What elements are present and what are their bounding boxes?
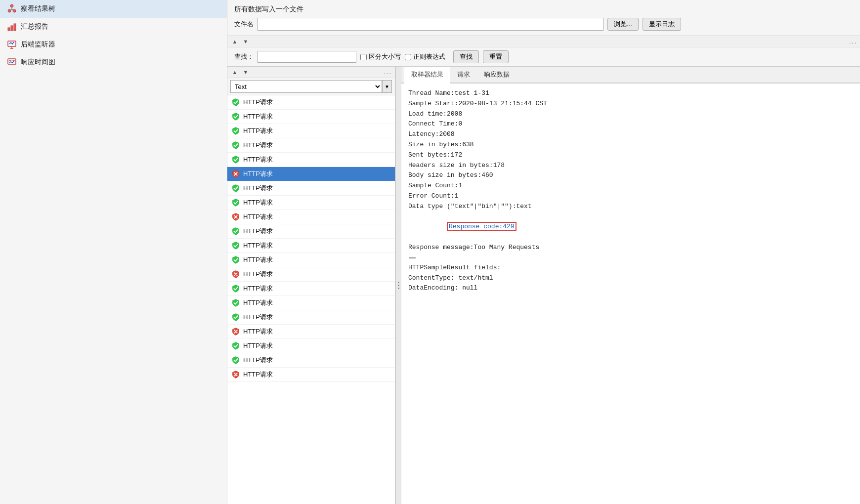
request-item[interactable]: HTTP请求: [227, 210, 395, 224]
http-sample-result: HTTPSampleResult fields:: [408, 263, 853, 273]
find-button[interactable]: 查找: [453, 50, 479, 63]
request-item[interactable]: HTTP请求: [227, 196, 395, 210]
success-shield-icon: [231, 98, 240, 107]
sample-count: Sample Count:1: [408, 181, 853, 191]
sidebar-item-results-tree[interactable]: 察看结果树: [0, 0, 227, 18]
success-shield-icon: [231, 255, 240, 264]
request-item[interactable]: HTTP请求: [227, 124, 395, 138]
request-item[interactable]: HTTP请求: [227, 353, 395, 368]
error-count: Error Count:1: [408, 191, 853, 202]
request-item[interactable]: HTTP请求: [227, 95, 395, 110]
data-type: Data type ("text"|"bin"|""):text: [408, 202, 853, 212]
sidebar-item-summary-report[interactable]: 汇总报告: [0, 18, 227, 36]
success-shield-icon: [231, 284, 240, 293]
file-bar-title: 所有数据写入一个文件: [234, 5, 853, 14]
list-down-arrow[interactable]: ▼: [241, 68, 250, 77]
success-shield-icon: [231, 155, 240, 164]
main-panel: 所有数据写入一个文件 文件名 浏览... 显示日志 ▲ ▼ ... 查找： 区分…: [227, 0, 860, 504]
sidebar: 察看结果树 汇总报告 后端监听器 响应时间图: [0, 0, 227, 504]
request-item[interactable]: HTTP请求: [227, 253, 395, 267]
monitor-icon: [7, 40, 17, 49]
ellipsis-btn-2[interactable]: ...: [384, 69, 392, 76]
chart-icon: [7, 22, 17, 32]
tab-response-data[interactable]: 响应数据: [477, 67, 516, 84]
response-code-line: Response code:429: [408, 212, 853, 243]
case-sensitive-label: 区分大小写: [369, 52, 401, 61]
detail-panel: 取样器结果 请求 响应数据 Thread Name:test 1-31 Samp…: [401, 67, 860, 504]
request-item[interactable]: HTTP请求: [227, 181, 395, 196]
error-shield-icon: [231, 212, 240, 221]
request-item-label: HTTP请求: [243, 212, 273, 221]
request-item-label: HTTP请求: [243, 198, 273, 207]
request-item[interactable]: HTTP请求: [227, 325, 395, 339]
request-item-label: HTTP请求: [243, 155, 273, 164]
latency: Latency:2008: [408, 129, 853, 140]
reset-button[interactable]: 重置: [483, 50, 509, 63]
request-item[interactable]: HTTP请求: [227, 110, 395, 124]
success-shield-icon: [231, 126, 240, 135]
error-shield-icon: [231, 169, 240, 178]
tab-request[interactable]: 请求: [450, 67, 477, 84]
detail-divider-row[interactable]: [408, 253, 853, 263]
content-area: ▲ ▼ ... Text HTML JSON XML ▼ HTTP请求: [227, 67, 860, 504]
request-item[interactable]: HTTP请求: [227, 167, 395, 181]
content-type: ContentType: text/html: [408, 273, 853, 284]
thread-name: Thread Name:test 1-31: [408, 88, 853, 99]
filename-label: 文件名: [234, 20, 254, 29]
list-toolbar: ▲ ▼ ...: [227, 67, 395, 78]
request-item-label: HTTP请求: [243, 141, 273, 150]
request-item[interactable]: HTTP请求: [227, 224, 395, 239]
filename-input[interactable]: [258, 18, 603, 31]
request-item-label: HTTP请求: [243, 313, 273, 322]
request-item[interactable]: HTTP请求: [227, 153, 395, 167]
request-item[interactable]: HTTP请求: [227, 368, 395, 382]
data-encoding: DataEncoding: null: [408, 283, 853, 294]
body-size: Body size in bytes:460: [408, 170, 853, 181]
case-sensitive-checkbox[interactable]: [360, 54, 367, 60]
regex-checkbox[interactable]: [405, 54, 411, 60]
sidebar-item-response-time[interactable]: 响应时间图: [0, 53, 227, 71]
success-shield-icon: [231, 313, 240, 322]
search-input[interactable]: [258, 51, 356, 63]
sidebar-item-label: 后端监听器: [21, 40, 55, 49]
show-date-button[interactable]: 显示日志: [643, 18, 681, 31]
svg-rect-6: [8, 28, 10, 31]
sidebar-item-label: 响应时间图: [21, 58, 55, 67]
success-shield-icon: [231, 227, 240, 236]
success-shield-icon: [231, 112, 240, 121]
up-arrow-btn[interactable]: ▲: [230, 37, 239, 46]
request-item-label: HTTP请求: [243, 327, 273, 336]
browse-button[interactable]: 浏览...: [607, 18, 639, 31]
request-item[interactable]: HTTP请求: [227, 339, 395, 353]
success-shield-icon: [231, 341, 240, 350]
error-shield-icon: [231, 270, 240, 279]
load-time: Load time:2008: [408, 109, 853, 120]
detail-content: Thread Name:test 1-31 Sample Start:2020-…: [401, 84, 860, 504]
svg-rect-8: [14, 24, 16, 31]
request-item-label: HTTP请求: [243, 112, 273, 121]
request-item[interactable]: HTTP请求: [227, 267, 395, 282]
sidebar-item-backend-listener[interactable]: 后端监听器: [0, 36, 227, 53]
headers-size: Headers size in bytes:178: [408, 161, 853, 171]
sent-bytes: Sent bytes:172: [408, 150, 853, 161]
request-item-label: HTTP请求: [243, 98, 273, 107]
ellipsis-btn-1[interactable]: ...: [849, 38, 857, 45]
search-bar: 查找： 区分大小写 正则表达式 查找 重置: [227, 47, 860, 67]
request-item[interactable]: HTTP请求: [227, 296, 395, 310]
request-item[interactable]: HTTP请求: [227, 138, 395, 153]
request-item[interactable]: HTTP请求: [227, 239, 395, 253]
request-item-label: HTTP请求: [243, 241, 273, 250]
view-type-select[interactable]: Text HTML JSON XML: [230, 80, 382, 93]
request-item[interactable]: HTTP请求: [227, 310, 395, 325]
tab-sampler-result[interactable]: 取样器结果: [404, 67, 450, 84]
request-item-label: HTTP请求: [243, 126, 273, 135]
down-arrow-btn[interactable]: ▼: [241, 37, 250, 46]
request-item[interactable]: HTTP请求: [227, 282, 395, 296]
divider-dot-3: [398, 288, 399, 289]
svg-rect-10: [8, 59, 16, 64]
file-bar: 所有数据写入一个文件 文件名 浏览... 显示日志: [227, 0, 860, 36]
panel-divider[interactable]: [395, 67, 401, 504]
connect-time: Connect Time:0: [408, 119, 853, 129]
list-up-arrow[interactable]: ▲: [230, 68, 239, 77]
dropdown-arrow-btn[interactable]: ▼: [382, 80, 392, 93]
